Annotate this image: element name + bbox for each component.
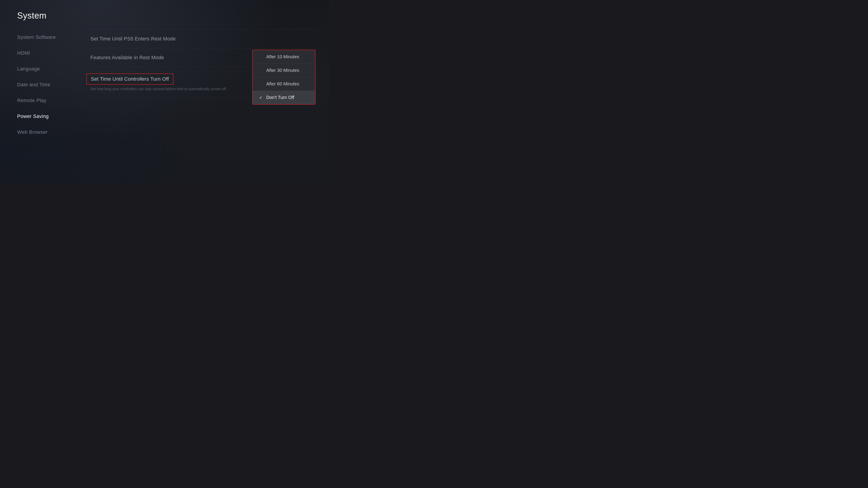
sidebar-item-remote-play[interactable]: Remote Play xyxy=(17,93,76,108)
dropdown-item-60-minutes[interactable]: After 60 Minutes xyxy=(253,77,315,91)
dropdown-item-10-minutes[interactable]: After 10 Minutes xyxy=(253,50,315,64)
setting-rest-mode-time[interactable]: Set Time Until PS5 Enters Rest Mode xyxy=(90,29,315,48)
page-title: System xyxy=(17,11,46,21)
dropdown-menu: After 10 Minutes After 30 Minutes After … xyxy=(252,50,315,105)
sidebar-item-system-software[interactable]: System Software xyxy=(17,29,76,45)
sidebar-item-power-saving[interactable]: Power Saving xyxy=(17,108,76,124)
settings-wrapper: Set Time Until PS5 Enters Rest Mode Feat… xyxy=(90,29,315,98)
sidebar-item-language[interactable]: Language xyxy=(17,61,76,77)
dropdown-item-dont-turn-off[interactable]: ✓ Don't Turn Off xyxy=(253,91,315,104)
sidebar-item-date-and-time[interactable]: Date and Time xyxy=(17,77,76,93)
setting-title-box: Set Time Until Controllers Turn Off xyxy=(86,73,174,85)
main-content: Set Time Until PS5 Enters Rest Mode Feat… xyxy=(90,29,315,98)
sidebar-item-hdmi[interactable]: HDMI xyxy=(17,45,76,61)
sidebar-item-web-browser[interactable]: Web Browser xyxy=(17,124,76,140)
check-icon-dont-turn-off: ✓ xyxy=(259,95,264,100)
dropdown-item-30-minutes[interactable]: After 30 Minutes xyxy=(253,64,315,77)
sidebar: System Software HDMI Language Date and T… xyxy=(17,29,76,140)
